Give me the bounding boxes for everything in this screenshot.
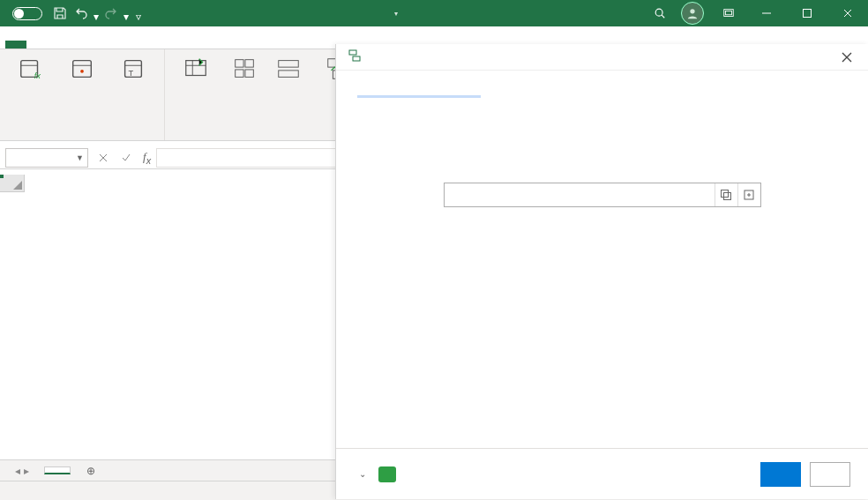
minimize-button[interactable] (746, 0, 787, 26)
cancel-button[interactable] (810, 462, 850, 487)
fx-icon[interactable]: fx (138, 150, 156, 166)
svg-rect-12 (236, 60, 243, 67)
window-title: ▾ (143, 10, 646, 18)
autosave-toggle[interactable] (12, 7, 42, 20)
qat-sep: ▾ (94, 11, 99, 16)
unpivot-table-button[interactable] (172, 53, 220, 85)
account-avatar[interactable] (681, 2, 704, 25)
svg-rect-20 (349, 50, 356, 55)
select-all-triangle[interactable] (0, 175, 25, 192)
brand-label[interactable]: ⌄ (354, 469, 366, 479)
ribbon-group-label (266, 124, 269, 138)
dialog-footer: ⌄ (336, 448, 868, 499)
svg-rect-7 (73, 61, 92, 78)
next-button[interactable] (760, 462, 801, 487)
calendar-fx-icon: fx (17, 55, 45, 83)
range-input[interactable] (445, 189, 715, 202)
search-icon[interactable] (646, 7, 674, 19)
transpose-small-icon (348, 49, 361, 64)
svg-point-8 (80, 70, 84, 73)
svg-rect-21 (353, 56, 360, 61)
range-input-wrap (444, 183, 761, 207)
name-box[interactable]: ▼ (5, 148, 88, 168)
svg-rect-11 (186, 61, 206, 76)
tab-home[interactable] (34, 41, 55, 49)
text-calendar-icon: T (119, 55, 147, 83)
transpose-dialog: ⌄ (335, 44, 868, 499)
sheet-tab-active[interactable] (44, 466, 71, 474)
svg-rect-23 (724, 193, 731, 200)
svg-text:fx: fx (34, 71, 41, 80)
svg-rect-16 (279, 61, 299, 68)
select-range-icon[interactable] (715, 183, 737, 206)
save-icon[interactable] (49, 3, 71, 24)
close-button[interactable] (827, 0, 868, 26)
split-table-button[interactable] (269, 53, 308, 85)
svg-rect-22 (722, 190, 729, 198)
svg-rect-17 (279, 71, 299, 78)
cancel-formula-icon[interactable] (92, 153, 115, 163)
cards-icon (230, 55, 258, 83)
svg-rect-13 (245, 60, 253, 67)
date-picker-button[interactable] (58, 53, 106, 85)
svg-point-0 (655, 9, 662, 16)
tab-file[interactable] (5, 41, 26, 49)
expand-range-icon[interactable] (737, 183, 760, 206)
svg-rect-4 (804, 10, 812, 18)
ribbon-display-icon[interactable] (711, 7, 746, 19)
title-bar: ▾ ▾ ▿ ▾ (0, 0, 868, 26)
svg-rect-3 (726, 11, 732, 14)
qat-sep: ▾ (123, 11, 129, 16)
qat-more[interactable]: ▿ (136, 11, 141, 16)
accept-formula-icon[interactable] (115, 153, 138, 163)
redo-icon[interactable] (101, 3, 122, 24)
chevron-down-icon[interactable]: ▼ (76, 153, 84, 162)
svg-rect-14 (236, 70, 243, 77)
split-icon (274, 55, 303, 83)
calendar-icon (68, 55, 96, 83)
create-cards-button[interactable] (223, 53, 266, 85)
sheet-nav-arrows[interactable]: ◂ ▸ (0, 465, 44, 477)
undo-icon[interactable] (71, 3, 92, 24)
maximize-button[interactable] (787, 0, 827, 26)
svg-text:T: T (128, 69, 133, 78)
unpivot-icon (182, 55, 210, 83)
date-time-wizard-button[interactable]: fx (7, 53, 55, 85)
svg-rect-15 (245, 70, 253, 77)
dialog-titlebar (336, 44, 868, 71)
tab-formulas[interactable] (108, 41, 129, 49)
f1-help-badge[interactable] (378, 466, 396, 482)
dialog-close-button[interactable] (838, 49, 856, 66)
svg-point-1 (690, 9, 694, 13)
add-sheet-button[interactable]: ⊕ (79, 465, 102, 477)
tab-insert[interactable] (58, 41, 79, 49)
tab-page-layout[interactable] (83, 41, 104, 49)
text-to-date-button[interactable]: T (109, 53, 157, 85)
